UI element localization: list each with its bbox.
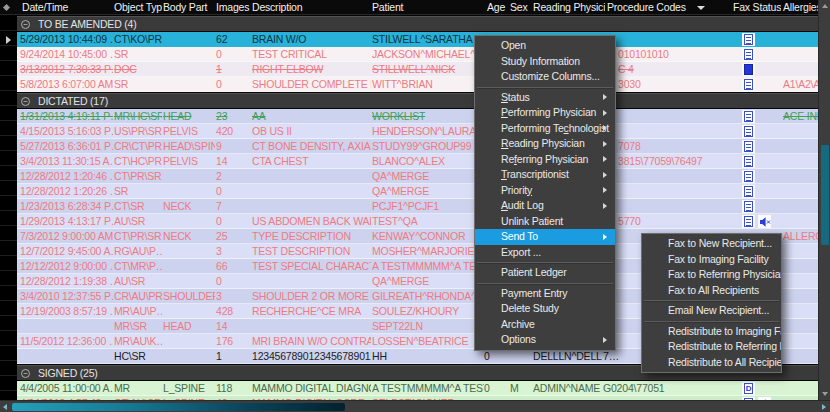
cell-date: 12/19/2003 8:57:19 … [20, 304, 113, 319]
menu-item-label: Fax to All Recipients [668, 284, 759, 296]
section-header[interactable]: −DICTATED (17) [17, 93, 818, 108]
cell-desc: OB US II [252, 124, 371, 139]
table-row[interactable]: 5/8/2013 6:07:00 AMSR0SHOULDER COMPLETE … [17, 77, 818, 92]
menu-item-fax-to-referring-physician[interactable]: Fax to Referring Physician [642, 267, 781, 283]
vertical-scrollbar[interactable] [818, 0, 830, 400]
scroll-up-button[interactable] [819, 0, 830, 12]
column-header-body[interactable]: Body Part [163, 0, 215, 15]
column-header-sex[interactable]: Sex [510, 0, 532, 15]
menu-item-performing-physician[interactable]: Performing Physician [475, 105, 615, 121]
column-filter-dropdown-icon[interactable] [697, 6, 705, 10]
cell-type: MR\AU\P… [114, 304, 162, 319]
cell-images: 7 [216, 199, 250, 214]
vertical-scroll-thumb[interactable] [821, 145, 829, 245]
table-row[interactable]: 3/4/2013 11:30:15 A…CT\HC\PR…PELVIS14CTA… [17, 154, 818, 169]
menu-item-patient-ledger[interactable]: Patient Ledger [475, 265, 615, 281]
menu-item-redistribute-to-referring-physician[interactable]: Redistribute to Referring Physician [642, 339, 781, 355]
cell-desc: 1234567890123456789012… [252, 349, 371, 364]
column-header-fax[interactable]: Fax Status [733, 0, 781, 15]
menu-item-fax-to-new-recipient[interactable]: Fax to New Recipient... [642, 236, 781, 252]
menu-item-redistribute-to-imaging-facility[interactable]: Redistribute to Imaging Facility [642, 324, 781, 340]
scroll-left-button[interactable] [0, 401, 12, 412]
column-header-desc[interactable]: Description [252, 0, 370, 15]
cell-date: 3/4/2010 12:37:55 P… [20, 289, 113, 304]
record-selector-icon [3, 4, 10, 11]
column-header-age[interactable]: Age [487, 0, 509, 15]
cell-patient: BLANCO^ALEX [372, 154, 484, 169]
table-row[interactable]: 4/15/2013 5:16:03 P…US\PR\SRPELVIS420OB … [17, 124, 818, 139]
menu-item-email-new-recipient[interactable]: Email New Recipient... [642, 303, 781, 319]
fax-status-chip [758, 215, 771, 228]
column-header-allerg[interactable]: Allergies [783, 0, 818, 15]
section-header[interactable]: −TO BE AMENDED (4) [17, 16, 818, 31]
menu-item-open[interactable]: Open [475, 38, 615, 54]
menu-item-archive[interactable]: Archive [475, 317, 615, 333]
table-row[interactable]: 12/28/2012 1:20:46 …CT\PR\SR2QA^MERGE [17, 169, 818, 184]
collapse-icon[interactable]: − [21, 20, 30, 29]
column-header-proc[interactable]: Procedure Codes [607, 0, 695, 15]
menu-item-audit-log[interactable]: Audit Log [475, 198, 615, 214]
menu-item-referring-physician[interactable]: Referring Physician [475, 152, 615, 168]
collapse-icon[interactable]: − [21, 369, 30, 378]
cell-desc: RIGHT ELBOW [252, 62, 371, 77]
table-row[interactable]: 1/31/2013 4:19:11 P…MR\HC\SRHEAD23AAWORK… [17, 109, 818, 124]
table-row[interactable]: 1/29/2013 4:13:17 P…AU\SR0US ABDOMEN BAC… [17, 214, 818, 229]
cell-images: 0 [216, 77, 250, 92]
menu-item-performing-technologist[interactable]: Performing Technologist [475, 121, 615, 137]
cell-allerg: ALLERGY… [783, 229, 818, 244]
horizontal-scrollbar[interactable] [0, 400, 830, 412]
menu-item-delete-study[interactable]: Delete Study [475, 301, 615, 317]
cell-images: 0 [216, 184, 250, 199]
cell-type: CR\CT\PR… [114, 139, 162, 154]
menu-item-label: Payment Entry [501, 287, 567, 299]
cell-desc: CT BONE DENSITY, AXIAL [252, 139, 371, 154]
table-row[interactable]: 12/28/2012 1:20:26 …SR0QA^MERGE [17, 184, 818, 199]
table-row[interactable]: 5/27/2013 6:36:01 P…CR\CT\PR…HEAD\SPINE9… [17, 139, 818, 154]
cell-patient: A TESTMMMMM^A TEST… [372, 259, 484, 274]
menu-item-priority[interactable]: Priority [475, 183, 615, 199]
table-row[interactable]: 3/13/2012 7:30:33 P…DOC1RIGHT ELBOWSTILL… [17, 62, 818, 77]
menu-item-study-information[interactable]: Study Information [475, 54, 615, 70]
menu-item-transcriptionist[interactable]: Transcriptionist [475, 167, 615, 183]
menu-item-options[interactable]: Options [475, 332, 615, 348]
menu-item-redistribute-to-all-recipients[interactable]: Redistribute to All Recipients [642, 355, 781, 371]
menu-separator [477, 262, 613, 263]
menu-item-payment-entry[interactable]: Payment Entry [475, 286, 615, 302]
cell-date: 3/4/2013 11:30:15 A… [20, 154, 113, 169]
column-header-reading[interactable]: Reading Physician [533, 0, 605, 15]
submenu-arrow-icon [603, 234, 607, 240]
collapse-icon[interactable]: − [21, 97, 30, 106]
cell-desc: AA [252, 109, 371, 124]
column-header-images[interactable]: Images [216, 0, 250, 15]
column-header-date[interactable]: Date/Time [22, 0, 112, 15]
menu-item-customize-columns[interactable]: Customize Columns... [475, 69, 615, 85]
menu-item-export[interactable]: Export ... [475, 245, 615, 261]
menu-item-fax-to-all-recipients[interactable]: Fax to All Recipients [642, 283, 781, 299]
cell-date: 4/15/2013 5:16:03 P… [20, 124, 113, 139]
menu-item-label: Export ... [501, 246, 541, 258]
menu-item-status[interactable]: Status [475, 90, 615, 106]
table-row[interactable]: 5/29/2013 10:44:09 …CT\KO\PR…62BRAIN W/O… [17, 32, 818, 47]
column-header-patient[interactable]: Patient [372, 0, 484, 15]
cell-desc: MAMMO DIGITAL DIAGNO… [252, 381, 371, 396]
fax-document-icon [744, 34, 753, 45]
menu-item-fax-to-imaging-facility[interactable]: Fax to Imaging Facility [642, 252, 781, 268]
column-header-type[interactable]: Object Type [114, 0, 162, 15]
cell-type: SR [114, 184, 162, 199]
menu-item-label: Redistribute to Imaging Facility [668, 325, 781, 337]
menu-item-label: Unlink Patient [501, 215, 563, 227]
table-row[interactable]: 9/24/2014 10:45:00 …SR0TEST CRITICALJACK… [17, 47, 818, 62]
cell-images: 1 [216, 349, 250, 364]
menu-item-label: Redistribute to Referring Physician [668, 340, 781, 352]
menu-item-reading-physician[interactable]: Reading Physician [475, 136, 615, 152]
scroll-down-button[interactable] [819, 388, 830, 400]
cell-reading: DELLLN^DELLF… [533, 349, 602, 364]
cell-body: HEAD [163, 319, 215, 334]
menu-item-send-to[interactable]: Send To [475, 229, 615, 245]
scroll-right-button[interactable] [818, 401, 830, 412]
cell-body: HEAD [163, 109, 215, 124]
menu-item-unlink-patient[interactable]: Unlink Patient [475, 214, 615, 230]
table-row[interactable]: 4/4/2005 11:00:00 A…MRL_SPINE118MAMMO DI… [17, 381, 818, 396]
table-row[interactable]: 1/23/2013 6:28:34 P…CT\SRNECK7PCJF1^PCJF… [17, 199, 818, 214]
horizontal-scroll-thumb[interactable] [12, 403, 345, 411]
